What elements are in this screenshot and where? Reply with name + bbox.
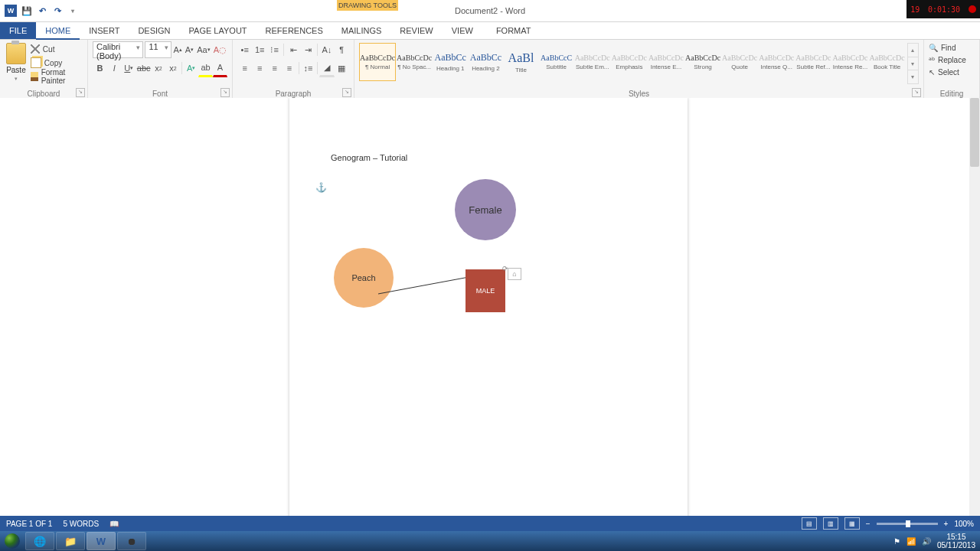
tray-volume-icon[interactable]: 🔊 xyxy=(922,537,931,546)
justify-button[interactable]: ≡ xyxy=(282,60,296,77)
tray-flag-icon[interactable]: ⚑ xyxy=(893,537,900,546)
layout-options-button[interactable]: ⌂ xyxy=(508,268,521,280)
clipboard-dialog-launcher[interactable]: ↘ xyxy=(76,88,85,97)
clear-formatting-button[interactable]: A◌ xyxy=(213,41,227,58)
copy-button[interactable]: Copy xyxy=(31,57,83,69)
style-item[interactable]: AaBlTitle xyxy=(503,43,538,81)
tab-mailings[interactable]: MAILINGS xyxy=(332,22,391,39)
grow-font-button[interactable]: A▴ xyxy=(173,41,183,58)
styles-dialog-launcher[interactable]: ↘ xyxy=(912,88,921,97)
styles-gallery[interactable]: AaBbCcDc¶ NormalAaBbCcDc¶ No Spac...AaBb… xyxy=(359,41,906,84)
shape-female-ellipse[interactable]: Female xyxy=(455,179,516,240)
gallery-down-icon[interactable]: ▾ xyxy=(908,57,918,71)
borders-button[interactable]: ▦ xyxy=(335,60,349,77)
undo-icon[interactable]: ↶ xyxy=(37,5,47,16)
zoom-level[interactable]: 100% xyxy=(954,520,974,528)
select-button[interactable]: ↖Select xyxy=(929,66,975,78)
document-heading-text[interactable]: Genogram – Tutorial xyxy=(331,153,407,162)
zoom-in-button[interactable]: + xyxy=(944,520,949,528)
taskbar-explorer[interactable]: 📁 xyxy=(56,532,85,550)
style-item[interactable]: AaBbCcDcEmphasis xyxy=(611,43,648,81)
zoom-slider[interactable] xyxy=(877,523,938,525)
tab-page-layout[interactable]: PAGE LAYOUT xyxy=(180,22,256,39)
replace-button[interactable]: ᵃᵇReplace xyxy=(929,54,975,66)
bullets-button[interactable]: •≡ xyxy=(237,41,252,58)
redo-icon[interactable]: ↷ xyxy=(52,5,63,16)
shrink-font-button[interactable]: A▾ xyxy=(185,41,194,58)
paste-button[interactable]: Paste ▾ xyxy=(5,41,28,87)
tab-design[interactable]: DESIGN xyxy=(129,22,179,39)
tab-review[interactable]: REVIEW xyxy=(390,22,442,39)
text-effects-button[interactable]: A▾ xyxy=(184,60,198,77)
gallery-up-icon[interactable]: ▴ xyxy=(908,44,918,57)
decrease-indent-button[interactable]: ⇤ xyxy=(286,41,300,58)
styles-gallery-scroll[interactable]: ▴ ▾ ▾ xyxy=(907,43,919,84)
zoom-slider-knob[interactable] xyxy=(906,520,910,527)
align-left-button[interactable]: ≡ xyxy=(237,60,252,77)
multilevel-list-button[interactable]: ⁝≡ xyxy=(267,41,282,58)
numbering-button[interactable]: 1≡ xyxy=(252,41,266,58)
font-color-button[interactable]: A xyxy=(213,59,227,77)
taskbar-word[interactable]: W xyxy=(87,532,116,550)
font-size-select[interactable]: 11 xyxy=(145,41,171,58)
style-item[interactable]: AaBbCcHeading 2 xyxy=(468,43,503,81)
underline-button[interactable]: U▾ xyxy=(122,60,136,77)
zoom-out-button[interactable]: − xyxy=(866,520,871,528)
status-words[interactable]: 5 WORDS xyxy=(63,520,99,528)
highlight-button[interactable]: ab xyxy=(198,59,213,77)
save-icon[interactable]: 💾 xyxy=(21,5,32,16)
gallery-more-icon[interactable]: ▾ xyxy=(908,70,918,83)
align-center-button[interactable]: ≡ xyxy=(252,60,266,77)
style-item[interactable]: AaBbCcDcIntense E... xyxy=(648,43,684,81)
style-item[interactable]: AaBbCcDcStrong xyxy=(684,43,721,81)
show-hide-button[interactable]: ¶ xyxy=(335,41,349,58)
style-item[interactable]: AaBbCcCSubtitle xyxy=(539,43,574,81)
tab-format[interactable]: FORMAT xyxy=(487,22,541,39)
find-button[interactable]: 🔍Find xyxy=(929,41,975,54)
tab-file[interactable]: FILE xyxy=(0,22,36,39)
taskbar-recorder[interactable]: ⏺ xyxy=(117,532,146,550)
sort-button[interactable]: A↓ xyxy=(319,41,334,58)
status-proofing-icon[interactable]: 📖 xyxy=(109,520,119,528)
style-item[interactable]: AaBbCcDcQuote xyxy=(721,43,758,81)
strikethrough-button[interactable]: abc xyxy=(136,60,152,77)
line-spacing-button[interactable]: ↕≡ xyxy=(301,60,315,77)
system-tray[interactable]: ⚑ 📶 🔊 15:15 05/11/2013 xyxy=(893,533,980,549)
vertical-scrollbar[interactable] xyxy=(969,98,980,540)
align-right-button[interactable]: ≡ xyxy=(267,60,282,77)
style-item[interactable]: AaBbCcDc¶ No Spac... xyxy=(396,43,433,81)
subscript-button[interactable]: x2 xyxy=(152,60,166,77)
superscript-button[interactable]: x2 xyxy=(165,60,180,77)
bold-button[interactable]: B xyxy=(93,60,107,77)
style-item[interactable]: AaBbCcDcIntense Re... xyxy=(831,43,868,81)
style-item[interactable]: AaBbCcDcBook Title xyxy=(869,43,906,81)
tab-insert[interactable]: INSERT xyxy=(80,22,129,39)
style-item[interactable]: AaBbCcDcIntense Q... xyxy=(758,43,795,81)
increase-indent-button[interactable]: ⇥ xyxy=(301,41,315,58)
paragraph-dialog-launcher[interactable]: ↘ xyxy=(342,88,351,97)
scrollbar-thumb[interactable] xyxy=(970,98,979,167)
shading-button[interactable]: ◢ xyxy=(319,59,334,77)
change-case-button[interactable]: Aa▾ xyxy=(196,41,211,58)
status-page[interactable]: PAGE 1 OF 1 xyxy=(6,520,52,528)
shape-male-rectangle[interactable]: MALE xyxy=(466,269,505,312)
document-page[interactable]: Genogram – Tutorial ⚓ Female Peach MALE … xyxy=(289,98,688,540)
italic-button[interactable]: I xyxy=(107,60,122,77)
style-item[interactable]: AaBbCcDcSubtle Em... xyxy=(574,43,611,81)
format-painter-button[interactable]: Format Painter xyxy=(31,70,83,83)
font-name-select[interactable]: Calibri (Body) xyxy=(93,41,143,58)
tab-references[interactable]: REFERENCES xyxy=(256,22,332,39)
view-print-layout[interactable]: ▥ xyxy=(823,517,838,530)
style-item[interactable]: AaBbCcHeading 1 xyxy=(433,43,468,81)
tab-home[interactable]: HOME xyxy=(36,22,80,40)
taskbar-chrome[interactable]: 🌐 xyxy=(25,532,54,550)
tray-network-icon[interactable]: 📶 xyxy=(906,537,916,546)
style-item[interactable]: AaBbCcDc¶ Normal xyxy=(359,43,396,81)
document-scroll-area[interactable]: Genogram – Tutorial ⚓ Female Peach MALE … xyxy=(0,98,969,540)
view-web-layout[interactable]: ▦ xyxy=(844,517,860,530)
start-button[interactable] xyxy=(0,531,24,551)
font-dialog-launcher[interactable]: ↘ xyxy=(220,88,230,97)
tray-clock[interactable]: 15:15 05/11/2013 xyxy=(937,533,975,549)
tab-view[interactable]: VIEW xyxy=(443,22,482,39)
qat-customize-icon[interactable]: ▾ xyxy=(67,5,78,16)
